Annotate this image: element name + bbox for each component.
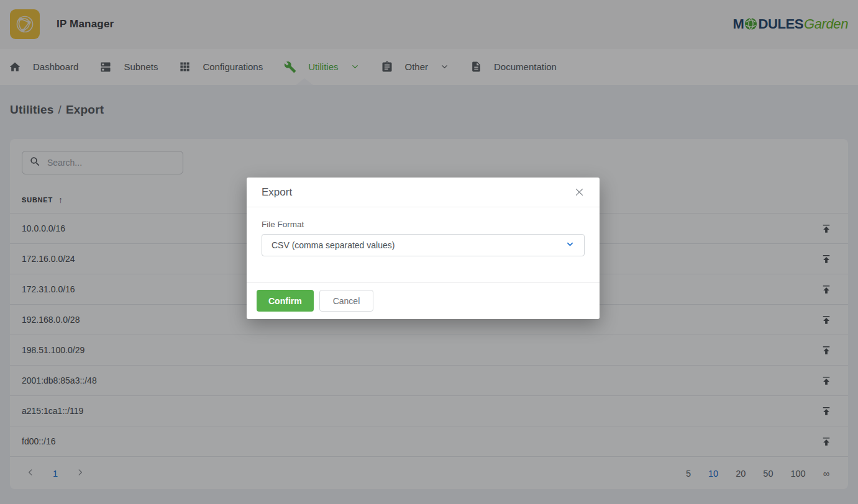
close-icon[interactable]	[574, 187, 585, 197]
file-format-select[interactable]: CSV (comma separated values)	[262, 234, 585, 256]
export-modal: Export File Format CSV (comma separated …	[247, 178, 600, 319]
modal-body: File Format CSV (comma separated values)	[247, 207, 600, 282]
cancel-button[interactable]: Cancel	[319, 290, 374, 312]
modal-footer: Confirm Cancel	[247, 282, 600, 319]
confirm-button[interactable]: Confirm	[257, 290, 314, 312]
modal-header: Export	[247, 178, 600, 207]
chevron-down-icon	[565, 240, 575, 251]
file-format-label: File Format	[262, 220, 585, 229]
modal-title: Export	[262, 186, 292, 199]
file-format-value: CSV (comma separated values)	[272, 240, 395, 250]
